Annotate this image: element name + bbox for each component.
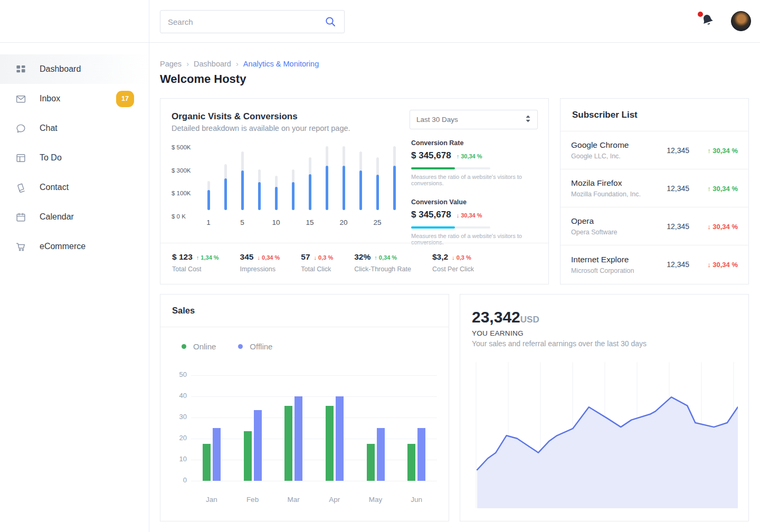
sidebar-item-contact[interactable]: Contact bbox=[0, 173, 149, 202]
gridline bbox=[191, 481, 437, 481]
bar bbox=[417, 428, 425, 481]
search-input[interactable] bbox=[168, 17, 324, 26]
breadcrumb-dashboard[interactable]: Dashboard bbox=[194, 60, 231, 68]
stat-label: Total Cost bbox=[172, 265, 219, 273]
bar-slot bbox=[369, 144, 386, 210]
subscriber-change: 30,34 % bbox=[707, 261, 738, 269]
legend-online: Online bbox=[182, 342, 216, 351]
sidebar-item-ecommerce[interactable]: eCommerce bbox=[0, 232, 149, 261]
conversion-rate-value: $ 345,678 bbox=[411, 150, 451, 161]
notification-bell-icon[interactable] bbox=[700, 13, 718, 31]
notification-dot bbox=[698, 12, 703, 17]
user-avatar[interactable] bbox=[731, 11, 751, 31]
sidebar-item-inbox[interactable]: Inbox 17 bbox=[0, 84, 149, 113]
x-tick-label: Jan bbox=[191, 496, 232, 504]
bar bbox=[203, 444, 211, 481]
period-select-value: Last 30 Days bbox=[416, 116, 458, 124]
y-tick-label: 40 bbox=[173, 392, 187, 400]
y-tick-label: 20 bbox=[173, 434, 187, 442]
plot-area: 1510152025 bbox=[200, 144, 403, 229]
x-tick-label: 10 bbox=[268, 218, 284, 226]
bar-groups bbox=[191, 375, 437, 481]
stat-ctr: 32%0,34 % Click-Through Rate bbox=[354, 252, 411, 284]
stat-value: 32% bbox=[354, 252, 370, 262]
x-tick-label bbox=[318, 218, 335, 226]
x-axis-labels: JanFebMarAprMayJun bbox=[191, 496, 437, 504]
progress-track bbox=[411, 226, 490, 229]
inbox-unread-badge: 17 bbox=[116, 91, 134, 107]
bar bbox=[284, 406, 292, 481]
sales-card: Sales Online Offline 01020304050 JanFebM… bbox=[160, 294, 449, 521]
breadcrumb-pages[interactable]: Pages bbox=[160, 60, 182, 68]
subscriber-count: 12,345 bbox=[667, 184, 689, 193]
value-bar bbox=[309, 174, 311, 211]
conversion-value-value: $ 345,678 bbox=[411, 210, 451, 220]
sidebar-item-chat[interactable]: Chat bbox=[0, 113, 149, 143]
contact-book-icon bbox=[15, 182, 26, 193]
sidebar-item-dashboard[interactable]: Dashboard bbox=[0, 54, 149, 84]
x-tick-label: 1 bbox=[200, 218, 217, 226]
stat-change: 0,34 % bbox=[374, 254, 397, 261]
value-bar bbox=[376, 175, 379, 210]
y-tick-label: $ 100K bbox=[172, 190, 200, 196]
subscriber-row-opera: Opera Opera Software 12,345 30,34 % bbox=[560, 207, 748, 245]
x-tick-label bbox=[284, 218, 301, 226]
total-bar bbox=[393, 146, 396, 210]
y-tick-label: $ 500K bbox=[172, 144, 200, 150]
subscriber-row-chrome: Google Chrome Google LLC, Inc. 12,345 30… bbox=[560, 131, 748, 169]
total-bar bbox=[224, 164, 227, 210]
kpi-stats-row: $ 1231,34 % Total Cost 3450,34 % Impress… bbox=[160, 243, 548, 284]
subscriber-name: Internet Explore bbox=[571, 255, 634, 264]
total-bar bbox=[258, 169, 261, 210]
total-bar bbox=[376, 157, 379, 210]
x-tick-label bbox=[251, 218, 268, 226]
search-icon[interactable] bbox=[324, 15, 337, 28]
total-bar bbox=[292, 169, 294, 210]
y-tick-label: 50 bbox=[173, 370, 187, 378]
bar-slot bbox=[318, 144, 335, 210]
total-bar bbox=[326, 146, 328, 210]
bar-slot bbox=[234, 144, 251, 210]
legend-dot bbox=[238, 344, 243, 349]
organic-visits-card: Organic Visits & Conversions Detailed br… bbox=[160, 98, 549, 284]
earning-amount: 23,342 bbox=[472, 308, 520, 326]
sidebar-item-calendar[interactable]: Calendar bbox=[0, 202, 149, 232]
bar bbox=[407, 444, 415, 481]
grid-icon bbox=[15, 63, 26, 75]
topbar bbox=[149, 0, 760, 43]
stat-change: 0,34 % bbox=[257, 254, 280, 261]
x-tick-label: Apr bbox=[314, 496, 355, 504]
total-bar bbox=[359, 151, 362, 210]
sidebar-item-label: eCommerce bbox=[40, 242, 86, 251]
chat-bubble-icon bbox=[15, 122, 26, 134]
bar bbox=[326, 406, 334, 481]
value-bar bbox=[207, 190, 210, 210]
x-tick-label bbox=[352, 218, 369, 226]
stat-label: Cost Per Click bbox=[432, 265, 474, 273]
subscriber-company: Microsoft Corporation bbox=[571, 267, 634, 274]
total-bar bbox=[275, 176, 278, 210]
sidebar-menu: Dashboard Inbox 17 Chat To Do Cont bbox=[0, 43, 149, 261]
legend-dot bbox=[182, 344, 186, 349]
period-select[interactable]: Last 30 Days bbox=[410, 110, 538, 129]
value-bar bbox=[359, 170, 362, 210]
sidebar-item-label: Dashboard bbox=[40, 64, 81, 74]
x-tick-label: Mar bbox=[273, 496, 314, 504]
value-bar bbox=[393, 166, 396, 210]
subscriber-name: Opera bbox=[571, 216, 618, 226]
envelope-icon bbox=[15, 93, 26, 104]
stat-label: Impressions bbox=[240, 265, 280, 273]
stat-label: Click-Through Rate bbox=[354, 265, 411, 273]
breadcrumb-current[interactable]: Analytics & Monitoring bbox=[243, 60, 319, 68]
sidebar-item-todo[interactable]: To Do bbox=[0, 143, 149, 173]
bar-slot bbox=[200, 144, 217, 210]
earning-area-chart bbox=[472, 362, 738, 510]
value-bar bbox=[292, 182, 294, 210]
conversion-rate-desc: Measures the ratio of a website's visito… bbox=[411, 174, 543, 186]
value-bar bbox=[343, 166, 345, 210]
subscriber-count: 12,345 bbox=[667, 222, 689, 231]
breadcrumb-separator: › bbox=[236, 60, 239, 68]
bar-group bbox=[355, 375, 396, 481]
card-subtitle: Detailed breakdown is available on your … bbox=[172, 124, 350, 132]
card-title: Subscriber List bbox=[560, 99, 748, 131]
